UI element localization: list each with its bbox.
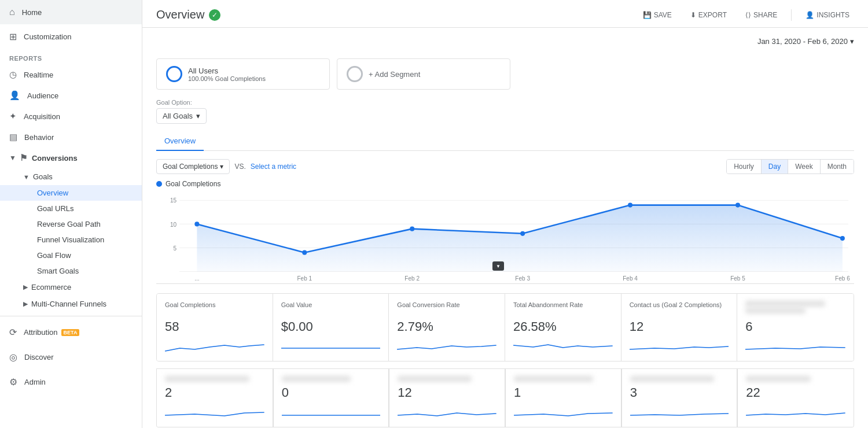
sidebar-item-smart-goals[interactable]: Smart Goals <box>0 263 142 279</box>
segment-info: All Users 100.00% Goal Completions <box>188 67 266 82</box>
tab-overview[interactable]: Overview <box>156 132 204 151</box>
sparkline-r2-3 <box>514 403 613 420</box>
blurred-r2-5a <box>746 376 811 382</box>
time-btn-week[interactable]: Week <box>788 160 820 174</box>
chart-legend: Goal Completions <box>156 180 854 188</box>
blurred-label-5b <box>745 308 806 313</box>
multichannel-expand-icon: ▶ <box>23 300 28 308</box>
sidebar-item-discover[interactable]: ◎ Discover <box>0 345 142 370</box>
stat-row2-4: 3 <box>621 368 738 427</box>
sidebar-item-goal-urls[interactable]: Goal URLs <box>0 201 142 216</box>
behavior-icon: ▤ <box>9 132 17 142</box>
sidebar-item-goal-flow[interactable]: Goal Flow <box>0 248 142 263</box>
sidebar-item-behavior[interactable]: ▤ Behavior <box>0 127 142 147</box>
reports-section-label: REPORTS <box>0 49 142 64</box>
sidebar: ⌂ Home ⊞ Customization REPORTS ◷ Realtim… <box>0 0 142 428</box>
stat-conversion-rate: Goal Conversion Rate 2.79% <box>389 294 505 361</box>
page-title: Overview <box>156 8 204 21</box>
main-content: Overview ✓ 💾 SAVE ⬇ EXPORT ⟨⟩ SHARE 👤 IN… <box>142 0 868 428</box>
segment-all-users[interactable]: All Users 100.00% Goal Completions <box>156 58 330 90</box>
stat-goal5: 6 <box>737 294 854 361</box>
svg-text:Feb 5: Feb 5 <box>730 275 745 282</box>
sidebar-item-admin[interactable]: ⚙ Admin <box>0 370 142 394</box>
svg-text:Feb 4: Feb 4 <box>623 275 638 282</box>
data-point-4 <box>628 202 632 207</box>
export-icon: ⬇ <box>690 11 696 19</box>
sidebar-item-home[interactable]: ⌂ Home <box>0 0 142 24</box>
chart-tooltip-marker: ▼ <box>492 261 504 271</box>
sidebar-item-audience[interactable]: 👤 Audience <box>0 85 142 106</box>
sidebar-item-overview[interactable]: Overview <box>0 185 142 201</box>
ecommerce-expand-icon: ▶ <box>23 283 28 291</box>
sidebar-item-multichannel[interactable]: ▶ Multi-Channel Funnels <box>0 296 142 312</box>
sidebar-item-realtime[interactable]: ◷ Realtime <box>0 64 142 85</box>
tab-bar: Overview <box>156 132 854 151</box>
stats-grid-row2: 2 0 <box>156 368 854 427</box>
sidebar-item-goals[interactable]: ▼ Goals <box>0 168 142 185</box>
share-icon: ⟨⟩ <box>745 11 751 19</box>
stat-row2-3: 1 <box>505 368 621 427</box>
goals-expand-icon: ▼ <box>23 174 30 180</box>
stats-grid-row1: Goal Completions 58 Goal Value $0.00 <box>156 293 854 361</box>
stat-contact-us: Contact us (Goal 2 Completions) 12 <box>621 294 738 361</box>
goal-select-dropdown[interactable]: All Goals ▾ <box>156 108 207 124</box>
header-actions: 💾 SAVE ⬇ EXPORT ⟨⟩ SHARE 👤 INSIGHTS <box>638 9 854 21</box>
time-btn-day[interactable]: Day <box>762 160 788 174</box>
admin-icon: ⚙ <box>9 377 17 388</box>
sparkline-4 <box>630 337 729 354</box>
sparkline-r2-0 <box>165 403 264 420</box>
goal-option-label: Goal Option: <box>156 99 854 106</box>
chart-area <box>197 205 843 272</box>
blurred-r2-2a <box>398 376 472 382</box>
sidebar-item-attribution[interactable]: ⟳ Attribution BETA <box>0 320 142 345</box>
sidebar-item-funnel-visualization[interactable]: Funnel Visualization <box>0 232 142 248</box>
sidebar-item-customization[interactable]: ⊞ Customization <box>0 24 142 49</box>
stat-row2-5: 22 <box>737 368 854 427</box>
date-range-container: Jan 31, 2020 - Feb 6, 2020 ▾ <box>156 37 854 53</box>
sidebar-item-reverse-goal-path[interactable]: Reverse Goal Path <box>0 216 142 232</box>
insights-icon: 👤 <box>806 11 814 19</box>
beta-badge: BETA <box>61 329 80 336</box>
time-btn-month[interactable]: Month <box>821 160 854 174</box>
header-left: Overview ✓ <box>156 8 220 21</box>
metric-dropdown-icon: ▾ <box>220 163 223 171</box>
data-point-6 <box>840 236 845 241</box>
blurred-r2-4a <box>630 376 714 382</box>
data-point-3 <box>520 231 525 236</box>
stat-row2-1: 0 <box>273 368 389 427</box>
segments-row: All Users 100.00% Goal Completions + Add… <box>156 58 854 90</box>
sidebar-item-acquisition[interactable]: ✦ Acquisition <box>0 106 142 127</box>
metric-dropdown[interactable]: Goal Completions ▾ <box>156 159 230 174</box>
share-button[interactable]: ⟨⟩ SHARE <box>741 9 782 21</box>
sparkline-0 <box>165 337 264 354</box>
insights-button[interactable]: 👤 INSIGHTS <box>801 9 854 21</box>
verified-icon: ✓ <box>209 9 220 21</box>
export-button[interactable]: ⬇ EXPORT <box>686 9 731 21</box>
save-button[interactable]: 💾 SAVE <box>638 9 676 21</box>
sidebar-item-conversions[interactable]: ▼ ⚑ Conversions <box>0 147 142 168</box>
chart-container: 15 10 5 ... Feb 1 Feb 2 <box>156 191 854 284</box>
data-point-2 <box>410 227 414 231</box>
sidebar-item-ecommerce[interactable]: ▶ Ecommerce <box>0 279 142 296</box>
stat-row2-0: 2 <box>157 368 273 427</box>
realtime-icon: ◷ <box>9 69 17 80</box>
stat-goal-completions: Goal Completions 58 <box>157 294 273 361</box>
expand-arrow-icon: ▼ <box>9 154 16 162</box>
sparkline-r2-5 <box>746 403 845 420</box>
attribution-icon: ⟳ <box>9 327 17 338</box>
blurred-r2-0a <box>165 376 249 382</box>
metric-selector: Goal Completions ▾ VS. Select a metric <box>156 159 296 174</box>
add-segment-card[interactable]: + Add Segment <box>337 58 510 90</box>
date-range-selector[interactable]: Jan 31, 2020 - Feb 6, 2020 ▾ <box>757 37 854 46</box>
goal-dropdown-icon: ▾ <box>196 112 200 120</box>
select-metric-link[interactable]: Select a metric <box>251 163 296 171</box>
sparkline-3 <box>513 337 613 354</box>
svg-text:5: 5 <box>174 245 177 251</box>
svg-text:Feb 6: Feb 6 <box>835 275 850 282</box>
svg-text:...: ... <box>194 275 199 282</box>
blurred-r2-1a <box>282 376 351 382</box>
main-header: Overview ✓ 💾 SAVE ⬇ EXPORT ⟨⟩ SHARE 👤 IN… <box>142 0 868 28</box>
time-btn-hourly[interactable]: Hourly <box>727 160 762 174</box>
discover-icon: ◎ <box>9 352 17 363</box>
stat-abandonment-rate: Total Abandonment Rate 26.58% <box>505 294 621 361</box>
